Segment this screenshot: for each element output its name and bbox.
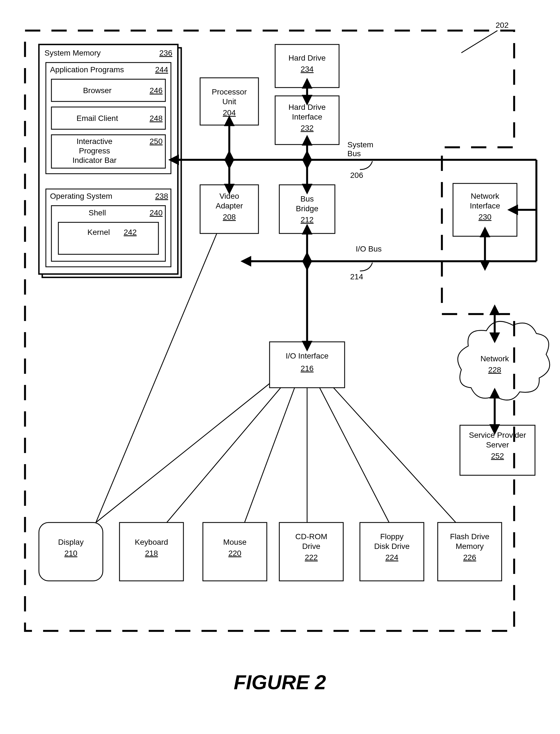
display-label: Display	[58, 538, 84, 546]
apps-num: 244	[155, 65, 168, 74]
flash-l2: Memory	[456, 542, 484, 551]
busbridge-l2: Bridge	[296, 204, 318, 213]
busbridge-num: 212	[301, 215, 314, 224]
svg-rect-43	[438, 522, 502, 581]
ipi-label1: Interactive	[76, 137, 112, 146]
svg-line-36	[333, 388, 456, 522]
apps-label: Application Programs	[50, 65, 124, 74]
kernel-label: Kernel	[88, 228, 110, 237]
sysbus-label2: Bus	[347, 149, 361, 158]
floppy-l2: Disk Drive	[374, 542, 410, 551]
mouse-num: 220	[228, 549, 242, 558]
svg-line-33	[245, 388, 295, 522]
netif-num: 230	[479, 213, 492, 221]
client-ref: 202	[496, 21, 509, 29]
flash-num: 226	[463, 553, 476, 562]
network-num: 228	[488, 365, 501, 374]
sysmem-label: System Memory	[44, 49, 101, 57]
os-label: Operating System	[50, 192, 112, 200]
cdrom-num: 222	[305, 553, 318, 562]
diagram-root: 202 System Memory 236 Application Progra…	[0, 0, 560, 734]
browser-label: Browser	[83, 86, 112, 95]
ioif-label: I/O Interface	[286, 352, 328, 360]
hdif-l2: Interface	[292, 113, 322, 121]
keyboard-num: 218	[145, 549, 158, 558]
svg-rect-41	[279, 522, 343, 581]
keyboard-label: Keyboard	[135, 538, 168, 546]
processor-l2: Unit	[222, 97, 236, 106]
processor-l1: Processor	[212, 88, 247, 96]
sysbus-label: System	[347, 140, 373, 149]
iobus-label: I/O Bus	[356, 245, 382, 253]
video-l1: Video	[219, 192, 239, 200]
sysbus-num: 206	[350, 171, 363, 180]
hdif-num: 232	[301, 124, 314, 132]
hd-label: Hard Drive	[288, 54, 326, 62]
floppy-l1: Floppy	[380, 532, 404, 541]
processor-num: 204	[223, 108, 236, 117]
cdrom-l1: CD-ROM	[295, 532, 327, 541]
browser-num: 246	[150, 86, 163, 95]
iobus-num: 214	[350, 272, 363, 281]
ioif-num: 216	[301, 364, 314, 373]
shell-label: Shell	[89, 208, 106, 217]
floppy-num: 224	[385, 553, 399, 562]
sysmem-num: 236	[159, 49, 172, 57]
hdif-l1: Hard Drive	[288, 103, 326, 111]
ipi-num: 250	[150, 137, 163, 146]
display-num: 210	[64, 549, 78, 558]
video-num: 208	[223, 213, 236, 221]
video-l2: Adapter	[216, 201, 243, 210]
sps-l2: Server	[486, 441, 509, 449]
figure-label: FIGURE 2	[234, 671, 326, 693]
svg-line-32	[167, 388, 281, 522]
mouse-label: Mouse	[223, 538, 247, 546]
ipi-label2: Progress	[79, 146, 110, 155]
netif-l2: Interface	[470, 201, 500, 210]
kernel-num: 242	[124, 228, 137, 237]
svg-rect-42	[360, 522, 424, 581]
cdrom-l2 : Drive	[302, 542, 320, 551]
netif-l1: Network	[471, 192, 500, 200]
ipi-label3: Indicator Bar	[73, 156, 117, 165]
sps-l1: Service Provider	[469, 431, 526, 439]
os-num: 238	[155, 192, 168, 200]
svg-line-35	[320, 388, 389, 522]
email-num: 248	[150, 114, 163, 123]
shell-num: 240	[150, 208, 163, 217]
flash-l1: Flash Drive	[450, 532, 489, 541]
svg-line-0	[461, 31, 497, 53]
hd-num: 234	[301, 65, 314, 73]
svg-line-31	[96, 384, 270, 522]
email-label: Email Client	[76, 114, 118, 123]
busbridge-l1: Bus	[300, 195, 314, 203]
sps-num: 252	[491, 452, 504, 460]
network-label: Network	[481, 354, 509, 363]
